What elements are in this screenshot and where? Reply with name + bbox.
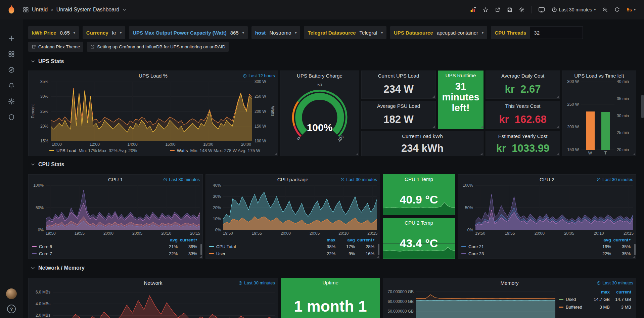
legend-scrollbar[interactable] [200,244,202,255]
cpu-threads-input[interactable] [530,26,583,39]
time-range-picker[interactable]: Last 30 minutes ▾ [549,5,598,14]
panel-title[interactable]: UPS Runtime [446,73,476,78]
series-toggle[interactable]: User [216,251,316,256]
star-dashboard-button[interactable] [480,5,491,14]
legend-sort-max[interactable]: max [316,237,335,242]
panel-estimated-yearly-cost: Estimated Yearly Cost kr 1033.99 [486,131,560,156]
series-toggle[interactable]: Watts [177,148,188,153]
variable-currency[interactable]: Currency kr ▾ [83,26,125,39]
stat-value: 40.9 °C [400,193,438,206]
stat-value: 1 month 1 [294,297,367,318]
cpu-package-chart: 40%30%20%10%0% 19:5019:5520:0020:0520:10… [208,185,377,236]
variable-ups-max-power[interactable]: UPS Max Output Power Capacity (Watt) 865… [129,26,248,39]
grafana-flame-icon [6,4,17,15]
sidebar-item-create[interactable] [8,35,15,42]
legend-sort-current[interactable]: current [610,289,631,294]
legend-scrollbar[interactable] [378,244,379,255]
battery-gauge: 050100 100% [280,80,359,156]
legend-sort-avg[interactable]: avg [158,237,178,242]
help-button[interactable]: ? [7,305,16,313]
chart-plot[interactable] [46,185,200,230]
panel-title[interactable]: Estimated Yearly Cost [498,133,548,139]
panel-title[interactable]: UPS Battery Charge [297,73,342,79]
legend-sort-avg[interactable]: avg [335,237,355,242]
section-ups-stats[interactable]: UPS Stats [30,58,64,64]
panel-time-range: Last 30 minutes [238,280,275,285]
refresh-interval-picker[interactable]: 5s ▾ [624,5,638,14]
user-avatar[interactable] [6,288,17,299]
chart-plot[interactable] [416,289,555,318]
panel-title[interactable]: UPS Load vs Time left [574,73,624,79]
panel-title[interactable]: CPU 2 [540,177,554,182]
series-toggle[interactable]: Core 7 [39,251,158,256]
bar-plot[interactable] [581,82,614,150]
y-axis-left: 300 W250 W200 W150 W [564,82,581,150]
link-grafana-plex-theme[interactable]: Grafana Plex Theme [28,42,83,52]
series-toggle[interactable]: UPS Load [56,148,76,153]
share-dashboard-button[interactable] [493,5,503,14]
series-toggle[interactable]: Used [566,297,588,302]
grafana-logo[interactable] [0,4,23,15]
panel-title[interactable]: Average PSU Load [377,103,420,109]
panel-title[interactable]: CPU 2 Temp [405,220,433,226]
legend-sort-current[interactable]: current▾ [178,237,197,242]
panel-title[interactable]: CPU 1 Temp [405,176,433,182]
series-toggle[interactable]: CPU Total [216,244,316,249]
chevron-down-icon[interactable] [122,8,127,12]
legend-sort-avg[interactable]: avg [592,237,611,242]
x-axis: 19:5019:5520:0020:0520:1020:15 [223,230,377,236]
series-toggle[interactable]: Core 6 [39,244,158,249]
panel-title[interactable]: UPS Load % [139,73,168,79]
sidebar-item-server-admin[interactable] [8,114,15,121]
series-toggle[interactable]: Buffered [566,305,588,310]
section-network-memory[interactable]: Network / Memory [30,265,85,271]
series-stats: Min: 148 W Max: 278 W Avg: 175 W [190,148,260,153]
panel-title[interactable]: Memory [500,280,518,286]
y-axis-left: 35%30%25%20%15% [35,82,51,141]
chart-plot[interactable] [51,82,252,141]
page-scrollbar[interactable] [641,95,644,118]
chart-plot[interactable] [475,185,633,230]
sidebar-item-explore[interactable] [8,66,15,73]
section-cpu-stats[interactable]: CPU Stats [30,162,64,168]
chart-plot[interactable] [223,185,377,230]
legend: max avg current▾ CPU Total 38% 17% 28% U… [206,236,380,259]
dashboard-settings-button[interactable] [517,5,527,14]
add-panel-button[interactable] [468,5,478,15]
panel-title[interactable]: Current UPS Load [378,73,419,79]
panel-title[interactable]: Uptime [322,280,338,285]
panel-title[interactable]: Current Load kWh [402,133,443,139]
legend-scrollbar[interactable] [634,244,636,255]
clock-icon [340,178,344,182]
series-swatch [461,246,466,247]
sidebar-item-configuration[interactable] [8,98,15,105]
refresh-button[interactable] [612,5,622,14]
zoom-out-button[interactable] [600,5,610,14]
legend-sort-max[interactable]: max [588,289,610,294]
save-dashboard-button[interactable] [505,5,515,14]
variable-kwh-price[interactable]: kWh Price 0.65 ▾ [28,26,79,39]
panel-title[interactable]: Network [144,280,162,286]
breadcrumb-dashboard-title[interactable]: Unraid System Dashboard [56,7,120,13]
variable-host[interactable]: host Nostromo ▾ [251,26,301,39]
legend-sort-current[interactable]: current▾ [355,237,374,242]
legend-row: Used 14.7 GB 14.7 GB [558,296,632,303]
chart-plot[interactable] [53,289,275,318]
variable-ups-datasource[interactable]: UPS Datasource apcupsd-container ▾ [390,26,487,39]
link-ups-monitoring-guide[interactable]: Setting up Grafana and InfluxDB for UPS … [87,42,229,52]
clock-icon [243,74,247,78]
sidebar-item-dashboards[interactable] [8,51,15,57]
panel-current-ups-load: Current UPS Load 234 W [361,71,436,99]
series-toggle[interactable]: Core 21 [468,244,592,249]
series-toggle[interactable]: Core 23 [468,251,592,256]
legend-sort-current[interactable]: current▾ [611,237,631,242]
legend-header: max avg current▾ [206,236,380,243]
sidebar-item-alerting[interactable] [8,82,15,89]
cycle-view-mode-button[interactable] [536,4,547,15]
variable-telegraf-datasource[interactable]: Telegraf Datasource Telegraf ▾ [304,26,386,39]
panel-title[interactable]: CPU package [277,177,309,182]
panel-title[interactable]: This Years Cost [505,103,540,109]
panel-title[interactable]: Average Daily Cost [501,73,544,79]
breadcrumb-folder[interactable]: Unraid [32,7,48,13]
panel-title[interactable]: CPU 1 [108,177,123,182]
